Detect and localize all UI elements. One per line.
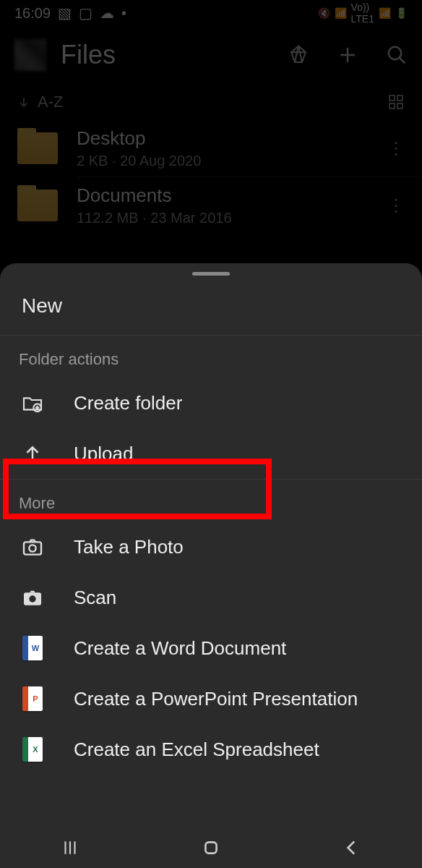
svg-rect-6 — [24, 542, 41, 554]
svg-rect-10 — [205, 842, 216, 853]
section-more: More — [0, 480, 422, 522]
home-button[interactable] — [202, 838, 220, 857]
upload-icon — [20, 441, 45, 466]
camera-icon — [20, 535, 45, 559]
excel-icon: X — [20, 737, 45, 762]
upload-item[interactable]: Upload — [0, 428, 422, 479]
scan-label: Scan — [74, 587, 116, 609]
sheet-drag-handle[interactable] — [192, 272, 230, 276]
powerpoint-icon: P — [20, 686, 45, 711]
svg-point-7 — [29, 545, 35, 551]
create-folder-icon — [20, 391, 45, 415]
create-folder-label: Create folder — [74, 392, 182, 414]
back-button[interactable] — [343, 838, 361, 857]
create-folder-item[interactable]: Create folder — [0, 378, 422, 428]
sheet-title: New — [0, 289, 422, 335]
new-bottom-sheet: New Folder actions Create folder Upload … — [0, 263, 422, 868]
scan-icon — [20, 585, 45, 610]
create-excel-label: Create an Excel Spreadsheet — [74, 739, 319, 761]
take-photo-item[interactable]: Take a Photo — [0, 522, 422, 572]
section-folder-actions: Folder actions — [0, 336, 422, 378]
create-word-item[interactable]: W Create a Word Document — [0, 623, 422, 673]
svg-point-9 — [29, 595, 35, 602]
create-ppt-label: Create a PowerPoint Presentation — [74, 688, 358, 710]
scan-item[interactable]: Scan — [0, 572, 422, 623]
create-word-label: Create a Word Document — [74, 637, 286, 660]
word-icon: W — [20, 636, 45, 660]
create-excel-item[interactable]: X Create an Excel Spreadsheet — [0, 724, 422, 775]
upload-label: Upload — [74, 443, 133, 465]
take-photo-label: Take a Photo — [74, 536, 184, 558]
create-ppt-item[interactable]: P Create a PowerPoint Presentation — [0, 673, 422, 724]
recents-button[interactable] — [61, 838, 79, 857]
android-navbar — [0, 827, 422, 868]
